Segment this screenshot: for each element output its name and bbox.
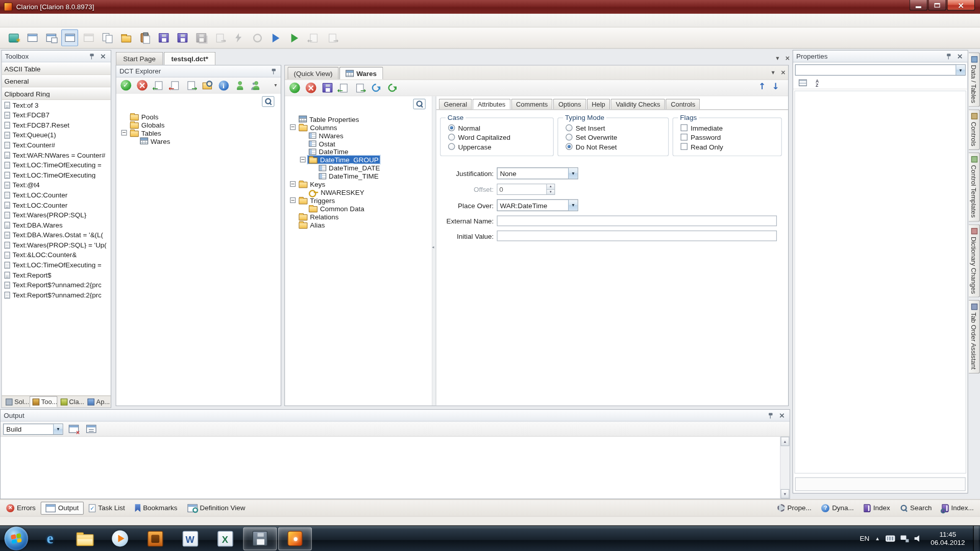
toolbox-item[interactable]: Text:FDCB7	[2, 110, 111, 120]
language-indicator[interactable]: EN	[860, 535, 870, 542]
tree-item[interactable]: − DateTime_GROUP	[285, 156, 432, 164]
toolbar-button[interactable]	[336, 81, 351, 94]
menu-item[interactable]	[60, 14, 71, 27]
search-box[interactable]	[413, 98, 425, 109]
spin-down-icon[interactable]: ▼	[546, 190, 554, 194]
tree-item[interactable]: DateTime_TIME	[285, 172, 432, 180]
document-tab[interactable]: Start Page	[116, 52, 163, 65]
scroll-down-icon[interactable]: ▼	[780, 489, 789, 498]
tree-item[interactable]: Table Properties	[285, 115, 432, 123]
spin-up-icon[interactable]: ▲	[546, 184, 554, 189]
case-radio-option[interactable]: Uppercase	[448, 142, 553, 151]
move-down-icon[interactable]: ↓	[772, 82, 779, 90]
toolbar-button[interactable]	[353, 81, 367, 94]
toolbox-item[interactable]: Text:DBA.Wares	[2, 220, 111, 230]
tree-item[interactable]: Globals	[116, 120, 281, 129]
side-tab[interactable]: Controls	[969, 109, 980, 150]
justification-select[interactable]: None ▾	[497, 167, 578, 179]
toolbox-item[interactable]: Text:Wares{PROP:SQL} = 'Up(	[2, 240, 111, 250]
toolbox-item[interactable]: Text:LOC:TimeOfExecuting =	[2, 260, 111, 270]
external-name-field[interactable]	[497, 215, 777, 226]
menu-item[interactable]	[83, 14, 94, 27]
dock-tab[interactable]: Definition View	[182, 502, 250, 515]
taskbar-app-button[interactable]	[278, 527, 312, 550]
properties-selector[interactable]: ▾	[795, 64, 966, 76]
taskbar-app-button[interactable]	[173, 527, 207, 550]
toolbar-button[interactable]	[80, 30, 97, 46]
tree-expander-icon[interactable]: −	[121, 130, 127, 136]
menu-item[interactable]	[26, 14, 37, 27]
toolbar-button[interactable]	[66, 422, 81, 436]
side-tab[interactable]: Control Templates	[969, 153, 980, 221]
pin-icon[interactable]	[271, 68, 277, 74]
tree-item[interactable]: DateTime	[285, 147, 432, 156]
toolbox-item[interactable]: Text:DBA.Wares.Ostat = '&(L(	[2, 230, 111, 240]
toolbar-button[interactable]	[249, 79, 263, 92]
toolbar-button[interactable]	[184, 79, 198, 92]
output-text-area[interactable]: ▲ ▼	[1, 437, 789, 498]
menu-item[interactable]	[94, 14, 105, 27]
case-radio-option[interactable]: Normal	[448, 123, 553, 132]
tree-item[interactable]: Ostat	[285, 139, 432, 147]
toolbar-button[interactable]	[304, 81, 318, 94]
toolbar-button[interactable]	[369, 81, 383, 94]
toolbox-item[interactable]: Text:@t4	[2, 180, 111, 190]
menu-item[interactable]	[49, 14, 60, 27]
tree-item[interactable]: − Triggers	[285, 196, 432, 204]
toolbar-button[interactable]	[42, 30, 59, 46]
dock-tab[interactable]: Output	[41, 502, 84, 515]
taskbar-app-button[interactable]	[208, 527, 242, 550]
tree-item[interactable]: − Tables	[116, 129, 281, 137]
close-panel-icon[interactable]: ×	[777, 412, 786, 419]
show-hidden-icons-icon[interactable]: ▲	[875, 536, 880, 541]
toolbox-item[interactable]: General	[2, 75, 111, 87]
tab-list-chevron-icon[interactable]: ▾	[768, 67, 778, 78]
toolbar-button[interactable]	[320, 81, 334, 94]
property-tab[interactable]: General	[439, 98, 472, 109]
network-icon[interactable]	[900, 535, 909, 542]
show-desktop-button[interactable]	[973, 525, 979, 551]
toolbar-overflow-icon[interactable]: ▾	[273, 83, 278, 88]
toolbox-item[interactable]: Text:LOC:TimeOfExecuting =	[2, 160, 111, 170]
toolbar-button[interactable]	[211, 30, 228, 46]
tree-expander-icon[interactable]: −	[290, 181, 296, 187]
toolbar-button[interactable]	[192, 30, 209, 46]
toolbox-item[interactable]: Text:Report$?unnamed:2{prc	[2, 280, 111, 290]
search-box[interactable]	[262, 96, 274, 107]
toolbar-button[interactable]	[287, 81, 302, 94]
tree-expander-icon[interactable]: −	[300, 157, 306, 162]
taskbar-app-button[interactable]	[33, 527, 67, 550]
taskbar-app-button[interactable]	[68, 527, 102, 550]
tree-expander-icon[interactable]: −	[290, 197, 296, 203]
typing-radio-option[interactable]: Set Insert	[566, 123, 668, 132]
close-panel-icon[interactable]: ×	[99, 53, 107, 60]
toolbar-button[interactable]	[167, 79, 182, 92]
tree-item[interactable]: NWares	[285, 131, 432, 139]
tree-item[interactable]: Common Data	[285, 204, 432, 212]
toolbar-button[interactable]	[216, 79, 231, 92]
toolbox-item[interactable]: Text:Report$?unnamed:2{prc	[2, 290, 111, 300]
flag-checkbox-option[interactable]: Password	[680, 133, 781, 142]
splitter[interactable]	[432, 96, 436, 406]
case-radio-option[interactable]: Word Capitalized	[448, 133, 553, 142]
tree-item[interactable]: Alias	[285, 220, 432, 229]
typing-radio-option[interactable]: Set Overwrite	[566, 133, 668, 142]
clock[interactable]: 11:45 06.04.2012	[928, 531, 967, 547]
toolbar-button[interactable]	[249, 30, 265, 46]
dock-tab[interactable]: Prope...	[772, 502, 816, 515]
panel-tab[interactable]: Too...	[30, 396, 58, 407]
toolbar-button[interactable]	[61, 30, 78, 46]
toolbar-button[interactable]	[135, 79, 149, 92]
panel-tab[interactable]: Cla...	[57, 396, 84, 407]
toolbox-item[interactable]: Text:&LOC:Counter&	[2, 250, 111, 260]
toolbar-button[interactable]	[200, 79, 214, 92]
toolbar-button[interactable]	[267, 30, 284, 46]
property-tab[interactable]: Validity Checks	[611, 98, 666, 109]
toolbar-button[interactable]	[84, 422, 98, 436]
keyboard-icon[interactable]	[886, 535, 895, 541]
panel-tab[interactable]: Sol...	[3, 396, 30, 407]
toolbar-button[interactable]	[796, 76, 810, 89]
toolbox-item[interactable]: Text:LOC:Counter	[2, 200, 111, 210]
tree-item[interactable]: Relations	[285, 212, 432, 220]
dock-tab[interactable]: Search	[895, 502, 937, 515]
